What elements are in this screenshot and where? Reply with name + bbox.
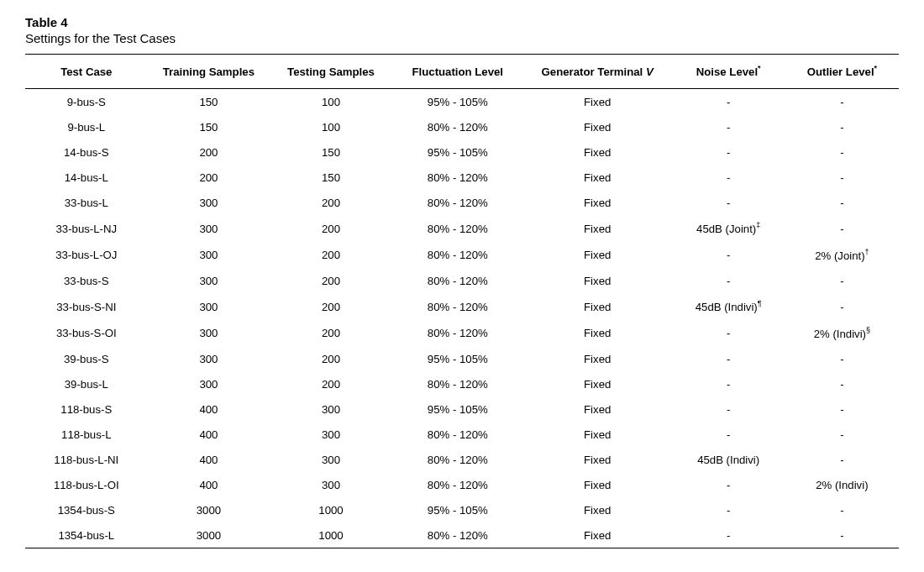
cell-generator-v: Fixed <box>523 472 672 497</box>
cell-generator-v: Fixed <box>523 215 672 241</box>
cell-training: 400 <box>148 447 270 472</box>
col-header-noise-label: Noise Level <box>696 66 758 78</box>
table-label: Table 4 <box>25 15 899 29</box>
cell-test-case: 1354-bus-L <box>25 522 148 548</box>
table-row: 9-bus-L15010080% - 120%Fixed-- <box>25 114 899 139</box>
cell-testing: 150 <box>270 165 392 190</box>
cell-testing: 100 <box>270 114 392 139</box>
col-header-generator-v-prefix: Generator Terminal <box>542 66 646 78</box>
cell-noise-value: - <box>727 504 730 517</box>
cell-training: 150 <box>148 114 270 139</box>
col-header-generator-v-var: V <box>646 66 654 78</box>
cell-noise-level: - <box>672 114 785 139</box>
cell-fluctuation: 95% - 105% <box>392 139 523 165</box>
cell-generator-v: Fixed <box>523 139 672 165</box>
cell-testing: 200 <box>270 215 392 241</box>
cell-testing: 1000 <box>270 497 392 522</box>
cell-outlier-level: - <box>785 139 899 165</box>
cell-outlier-level: - <box>785 346 899 371</box>
cell-outlier-value: - <box>840 171 843 184</box>
cell-noise-level: - <box>672 268 785 293</box>
cell-outlier-level: - <box>785 396 899 422</box>
table-row: 33-bus-S-OI30020080% - 120%Fixed-2% (Ind… <box>25 320 899 346</box>
cell-outlier-level: - <box>785 371 899 396</box>
cell-generator-v: Fixed <box>523 522 672 548</box>
cell-testing: 200 <box>270 268 392 293</box>
cell-outlier-value: - <box>840 96 843 108</box>
cell-outlier-level: - <box>785 447 899 472</box>
table-row: 1354-bus-L3000100080% - 120%Fixed-- <box>25 522 899 548</box>
cell-outlier-value: - <box>840 428 843 441</box>
cell-noise-level: - <box>672 242 785 268</box>
cell-noise-value: 45dB (Joint) <box>696 223 756 236</box>
col-header-generator-v: Generator Terminal V <box>523 55 672 89</box>
cell-outlier-level: - <box>785 293 899 319</box>
cell-test-case: 118-bus-L <box>25 422 148 447</box>
cell-training: 400 <box>148 472 270 497</box>
cell-fluctuation: 95% - 105% <box>392 497 523 522</box>
col-header-noise-level: Noise Level* <box>672 55 785 89</box>
table-header-row: Test Case Training Samples Testing Sampl… <box>25 55 899 89</box>
table-row: 33-bus-S-NI30020080% - 120%Fixed45dB (In… <box>25 293 899 319</box>
cell-generator-v: Fixed <box>523 320 672 346</box>
cell-fluctuation: 80% - 120% <box>392 190 523 215</box>
cell-generator-v: Fixed <box>523 268 672 293</box>
col-header-test-case: Test Case <box>25 55 148 89</box>
cell-noise-value: - <box>727 327 730 339</box>
cell-outlier-level: 2% (Joint)† <box>785 242 899 268</box>
cell-outlier-level: - <box>785 165 899 190</box>
cell-outlier-value: - <box>840 378 843 391</box>
cell-training: 300 <box>148 371 270 396</box>
cell-training: 300 <box>148 268 270 293</box>
cell-test-case: 39-bus-L <box>25 371 148 396</box>
cell-testing: 300 <box>270 447 392 472</box>
table-row: 118-bus-L-OI40030080% - 120%Fixed-2% (In… <box>25 472 899 497</box>
cell-generator-v: Fixed <box>523 396 672 422</box>
cell-testing: 300 <box>270 396 392 422</box>
cell-outlier-level: - <box>785 497 899 522</box>
cell-test-case: 118-bus-L-OI <box>25 472 148 497</box>
cell-generator-v: Fixed <box>523 422 672 447</box>
cell-fluctuation: 80% - 120% <box>392 165 523 190</box>
cell-noise-mark: ‡ <box>756 221 760 229</box>
cell-outlier-value: - <box>840 353 843 365</box>
cell-generator-v: Fixed <box>523 447 672 472</box>
cell-generator-v: Fixed <box>523 165 672 190</box>
cell-noise-level: - <box>672 139 785 165</box>
cell-training: 300 <box>148 293 270 319</box>
cell-testing: 200 <box>270 346 392 371</box>
cell-noise-level: - <box>672 190 785 215</box>
cell-outlier-value: - <box>840 197 843 209</box>
cell-test-case: 9-bus-S <box>25 89 148 115</box>
cell-noise-value: - <box>727 353 730 365</box>
table-row: 33-bus-L-OJ30020080% - 120%Fixed-2% (Joi… <box>25 242 899 268</box>
table-row: 118-bus-L-NI40030080% - 120%Fixed45dB (I… <box>25 447 899 472</box>
cell-fluctuation: 80% - 120% <box>392 522 523 548</box>
cell-training: 300 <box>148 320 270 346</box>
cell-testing: 300 <box>270 422 392 447</box>
cell-noise-value: - <box>727 197 730 209</box>
cell-fluctuation: 80% - 120% <box>392 215 523 241</box>
cell-test-case: 14-bus-S <box>25 139 148 165</box>
cell-training: 400 <box>148 396 270 422</box>
cell-outlier-level: - <box>785 268 899 293</box>
settings-table: Test Case Training Samples Testing Sampl… <box>25 54 899 548</box>
cell-training: 150 <box>148 89 270 115</box>
cell-generator-v: Fixed <box>523 114 672 139</box>
col-header-testing-samples: Testing Samples <box>270 55 392 89</box>
table-body: 9-bus-S15010095% - 105%Fixed--9-bus-L150… <box>25 89 899 548</box>
cell-noise-value: - <box>727 479 730 491</box>
cell-test-case: 33-bus-L-OJ <box>25 242 148 268</box>
cell-outlier-value: - <box>840 529 843 542</box>
cell-noise-value: - <box>727 96 730 108</box>
table-row: 33-bus-L-NJ30020080% - 120%Fixed45dB (Jo… <box>25 215 899 241</box>
cell-test-case: 1354-bus-S <box>25 497 148 522</box>
cell-noise-level: - <box>672 320 785 346</box>
cell-training: 300 <box>148 346 270 371</box>
table-row: 118-bus-L40030080% - 120%Fixed-- <box>25 422 899 447</box>
cell-fluctuation: 80% - 120% <box>392 242 523 268</box>
cell-noise-value: - <box>727 529 730 542</box>
cell-noise-value: - <box>727 249 730 261</box>
cell-fluctuation: 80% - 120% <box>392 422 523 447</box>
cell-outlier-value: 2% (Joint) <box>815 249 864 262</box>
